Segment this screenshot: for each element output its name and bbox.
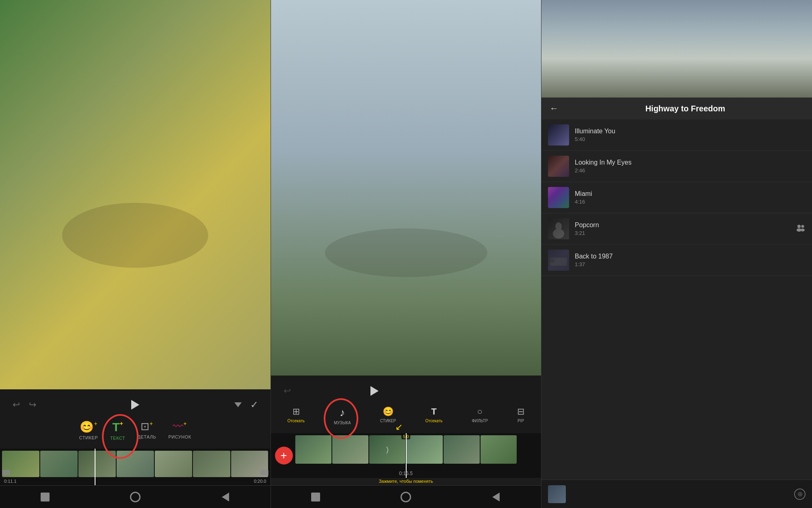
- music-thumb-1: [548, 124, 569, 145]
- video-preview-2: [271, 0, 541, 376]
- timeline-2: + ) 5.0 0:16.5: [271, 433, 541, 478]
- stop-button-1[interactable]: [39, 491, 52, 504]
- undo-button[interactable]: ↩: [8, 397, 24, 413]
- music-item-4[interactable]: Popcorn 3:21: [541, 213, 812, 245]
- back-button-3[interactable]: ←: [550, 103, 559, 114]
- t2-thumb-4: [406, 435, 442, 464]
- sticker-icon-2: 😊: [383, 406, 394, 417]
- timeline-strip-1: [0, 451, 271, 477]
- music-info-2: Looking In My Eyes 2:46: [575, 159, 806, 174]
- video-preview-3: [541, 0, 812, 98]
- music-name-3: Miami: [575, 190, 806, 198]
- redo-button[interactable]: ↪: [24, 397, 41, 413]
- toolbar-container-2: ⊞ Отсекать ♪ МУЗЫКА 😊 СТИКЕР T Отсекать: [271, 402, 541, 429]
- svg-point-7: [553, 229, 564, 239]
- panel-text-editor: ↩ ↪ ✓ 😊+ СТИКЕР T+ ТЕКСТ: [0, 0, 271, 508]
- text-label: ТЕКСТ: [110, 436, 125, 441]
- back-button-1[interactable]: [219, 491, 232, 504]
- music-thumb-3: [548, 187, 569, 208]
- timeline-thumb-6: [193, 451, 230, 477]
- timeline-icon-right: [260, 470, 269, 477]
- annotation-arrow: ↙: [395, 422, 403, 432]
- home-button-1[interactable]: [129, 491, 142, 504]
- t2-thumb-3: ): [369, 435, 405, 464]
- svg-rect-2: [2, 470, 10, 475]
- controls-area-2: ↩ ⊞ Отсекать ♪ МУЗЫКА �: [271, 376, 541, 433]
- cut-icon: ⊞: [292, 406, 300, 417]
- music-item-3[interactable]: Miami 4:16: [541, 182, 812, 213]
- text-tool[interactable]: T+ ТЕКСТ: [110, 420, 125, 441]
- confirm-button[interactable]: ✓: [246, 397, 262, 413]
- add-clip-button[interactable]: +: [275, 447, 293, 465]
- toolbar-container-1: 😊+ СТИКЕР T+ ТЕКСТ ⊡+ ДЕТАЛЬ 〰+ РИСУНОК: [0, 416, 271, 445]
- cut-label-2: Отсекать: [425, 419, 443, 423]
- music-name-2: Looking In My Eyes: [575, 159, 806, 166]
- drawing-label: РИСУНОК: [168, 434, 191, 439]
- cut-tool-2[interactable]: T Отсекать: [425, 406, 443, 423]
- cut-label: Отсекать: [287, 419, 305, 423]
- music-duration-1: 5:40: [575, 136, 806, 142]
- music-icon: ♪: [340, 406, 345, 419]
- detail-tool[interactable]: ⊡+ ДЕТАЛЬ: [137, 420, 156, 441]
- sticker-tool-2[interactable]: 😊 СТИКЕР: [380, 406, 396, 423]
- pip-icon: ⊟: [517, 406, 524, 417]
- drawing-tool[interactable]: 〰+ РИСУНОК: [168, 420, 191, 441]
- timeline-time-2: 0:16.5: [399, 471, 413, 476]
- timeline-cursor-1: [95, 449, 95, 485]
- hint-text: Зажмите, чтобы поменять: [271, 478, 541, 485]
- timeline-time-left: 0:11.1: [4, 479, 17, 484]
- home-button-2[interactable]: [399, 491, 412, 504]
- timeline-thumb-2: [40, 451, 78, 477]
- filter-icon: ○: [477, 406, 483, 417]
- music-item-1[interactable]: Illuminate You 5:40: [541, 119, 812, 151]
- svg-point-0: [62, 203, 208, 268]
- text-icon: T+: [112, 420, 123, 434]
- down-arrow-btn[interactable]: [230, 397, 246, 413]
- music-thumb-2: [548, 156, 569, 177]
- svg-marker-1: [234, 402, 242, 407]
- drawing-icon: 〰+: [173, 420, 186, 433]
- music-name-5: Back to 1987: [575, 253, 806, 260]
- music-thumb-5: [548, 250, 569, 271]
- panel-music-list: ← Highway to Freedom Illuminate You 5:40…: [541, 0, 812, 508]
- play-button[interactable]: [131, 400, 139, 410]
- timeline-thumb-5: [155, 451, 192, 477]
- music-item-5[interactable]: Back to 1987 1:37: [541, 245, 812, 276]
- bottom-thumbnail: [548, 485, 566, 503]
- music-duration-2: 2:46: [575, 167, 806, 174]
- music-info-5: Back to 1987 1:37: [575, 253, 806, 267]
- music-thumb-4: [548, 218, 569, 239]
- svg-point-8: [797, 225, 801, 228]
- sticker-label-2: СТИКЕР: [380, 419, 396, 423]
- panel-video-editor: ↩ ⊞ Отсекать ♪ МУЗЫКА �: [271, 0, 542, 508]
- filter-tool[interactable]: ○ ФИЛЬТР: [472, 406, 488, 423]
- music-name-4: Popcorn: [575, 221, 790, 229]
- music-list-header: ← Highway to Freedom: [541, 98, 812, 119]
- sticker-icon: 😊+: [80, 420, 97, 434]
- globe-icon[interactable]: ⊕: [794, 488, 806, 500]
- music-duration-3: 4:16: [575, 199, 806, 205]
- play-button-2[interactable]: [370, 386, 379, 396]
- timeline-thumb-4: [117, 451, 154, 477]
- toolbar-row-2: ⊞ Отсекать ♪ МУЗЫКА 😊 СТИКЕР T Отсекать: [271, 402, 541, 429]
- undo-button-2[interactable]: ↩: [279, 383, 295, 399]
- t2-thumb-5: [444, 435, 480, 464]
- toolbar-row-1: 😊+ СТИКЕР T+ ТЕКСТ ⊡+ ДЕТАЛЬ 〰+ РИСУНОК: [0, 416, 271, 445]
- music-item-2[interactable]: Looking In My Eyes 2:46: [541, 151, 812, 182]
- music-duration-5: 1:37: [575, 261, 806, 267]
- stop-button-2[interactable]: [309, 491, 322, 504]
- panel3-bottom-bar: ⊕: [541, 480, 812, 508]
- sticker-label: СТИКЕР: [79, 435, 98, 440]
- svg-point-11: [801, 228, 805, 231]
- pip-tool[interactable]: ⊟ PIP: [517, 406, 524, 423]
- cut-tool[interactable]: ⊞ Отсекать: [287, 406, 305, 423]
- cut-icon-2: T: [431, 406, 436, 417]
- t2-thumb-2: [332, 435, 368, 464]
- top-controls-1: ↩ ↪ ✓: [0, 393, 271, 416]
- sticker-tool[interactable]: 😊+ СТИКЕР: [79, 420, 98, 441]
- filter-label: ФИЛЬТР: [472, 419, 488, 423]
- music-tool[interactable]: ♪ МУЗЫКА: [334, 406, 351, 425]
- back-button-2[interactable]: [489, 491, 502, 504]
- top-controls-2: ↩: [271, 380, 541, 402]
- detail-icon: ⊡+: [141, 420, 153, 433]
